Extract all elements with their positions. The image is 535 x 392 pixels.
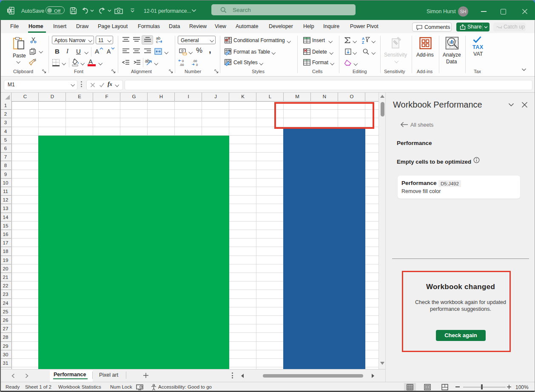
svg-text:0: 0 <box>182 59 184 63</box>
svg-text:.00: .00 <box>193 59 197 63</box>
svg-text:Z: Z <box>362 40 364 44</box>
svg-text:.00: .00 <box>179 63 184 66</box>
svg-text:0: 0 <box>196 63 198 66</box>
svg-text:c: c <box>156 40 158 43</box>
svg-text:X: X <box>8 9 11 13</box>
